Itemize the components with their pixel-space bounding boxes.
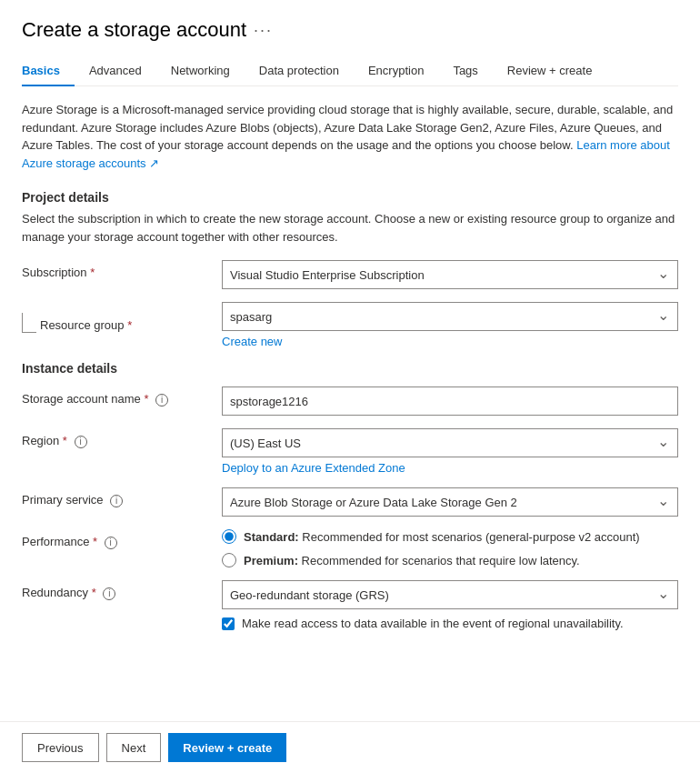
storage-name-required: * <box>144 392 148 406</box>
tab-advanced[interactable]: Advanced <box>75 56 156 86</box>
storage-account-name-input[interactable] <box>222 386 678 416</box>
title-ellipsis: ··· <box>254 21 273 40</box>
performance-info-icon[interactable]: i <box>105 537 117 549</box>
performance-premium-option: Premium: Recommended for scenarios that … <box>222 553 678 567</box>
create-new-rg-link[interactable]: Create new <box>222 335 282 348</box>
description-text: Azure Storage is a Microsoft-managed ser… <box>22 101 678 172</box>
region-required: * <box>63 434 67 447</box>
primary-service-info-icon[interactable]: i <box>110 495 123 507</box>
subscription-dropdown[interactable]: Visual Studio Enterprise Subscription <box>222 260 678 289</box>
region-label: Region * i <box>22 428 222 448</box>
review-create-button[interactable]: Review + create <box>168 733 286 762</box>
tab-basics[interactable]: Basics <box>22 56 75 86</box>
redundancy-checkbox-row: Make read access to data available in th… <box>222 617 678 630</box>
subscription-control: Visual Studio Enterprise Subscription <box>222 260 678 289</box>
performance-standard-radio[interactable] <box>222 529 236 544</box>
storage-name-info-icon[interactable]: i <box>155 394 168 407</box>
bracket-decoration <box>22 313 36 333</box>
tab-data-protection[interactable]: Data protection <box>245 56 354 86</box>
resource-group-label: Resource group * <box>40 313 132 332</box>
primary-service-label: Primary service i <box>22 487 222 507</box>
subscription-required: * <box>90 266 95 279</box>
tab-encryption[interactable]: Encryption <box>354 56 438 86</box>
rg-required: * <box>127 318 132 332</box>
primary-service-dropdown[interactable]: Azure Blob Storage or Azure Data Lake St… <box>222 487 678 517</box>
redundancy-label: Redundancy * i <box>22 580 222 600</box>
subscription-label: Subscription * <box>22 260 222 279</box>
tab-review-create[interactable]: Review + create <box>493 56 607 86</box>
region-control: (US) East US Deploy to an Azure Extended… <box>222 428 678 475</box>
storage-name-control <box>222 386 678 416</box>
resource-group-dropdown[interactable]: spasarg <box>222 302 678 331</box>
tab-networking[interactable]: Networking <box>156 56 245 86</box>
read-access-checkbox[interactable] <box>222 617 235 630</box>
extended-zone-link[interactable]: Deploy to an Azure Extended Zone <box>222 461 405 475</box>
performance-control: Standard: Recommended for most scenarios… <box>222 529 678 567</box>
region-dropdown[interactable]: (US) East US <box>222 428 678 457</box>
performance-radio-group: Standard: Recommended for most scenarios… <box>222 529 678 567</box>
bottom-bar: Previous Next Review + create <box>0 721 700 773</box>
primary-service-control: Azure Blob Storage or Azure Data Lake St… <box>222 487 678 517</box>
resource-group-control: spasarg Create new <box>222 302 678 348</box>
performance-required: * <box>93 535 97 548</box>
performance-premium-radio[interactable] <box>222 553 236 567</box>
resource-group-bracket: Resource group * <box>22 302 222 333</box>
next-button[interactable]: Next <box>106 733 162 762</box>
region-info-icon[interactable]: i <box>75 436 87 448</box>
performance-standard-label: Standard: Recommended for most scenarios… <box>244 530 640 544</box>
instance-details-header: Instance details <box>22 361 678 376</box>
redundancy-required: * <box>92 586 96 599</box>
project-details-header: Project details <box>22 190 678 205</box>
read-access-label: Make read access to data available in th… <box>242 617 624 630</box>
project-details-desc: Select the subscription in which to crea… <box>22 210 678 246</box>
page-title: Create a storage account <box>22 18 246 42</box>
redundancy-control: Geo-redundant storage (GRS) Make read ac… <box>222 580 678 630</box>
performance-label: Performance * i <box>22 529 222 549</box>
previous-button[interactable]: Previous <box>22 733 99 762</box>
tab-tags[interactable]: Tags <box>438 56 492 86</box>
redundancy-info-icon[interactable]: i <box>103 587 115 600</box>
redundancy-dropdown[interactable]: Geo-redundant storage (GRS) <box>222 580 678 609</box>
performance-premium-label: Premium: Recommended for scenarios that … <box>244 554 580 567</box>
storage-name-label: Storage account name * i <box>22 386 222 407</box>
performance-standard-option: Standard: Recommended for most scenarios… <box>222 529 678 544</box>
tab-bar: Basics Advanced Networking Data protecti… <box>22 56 678 86</box>
